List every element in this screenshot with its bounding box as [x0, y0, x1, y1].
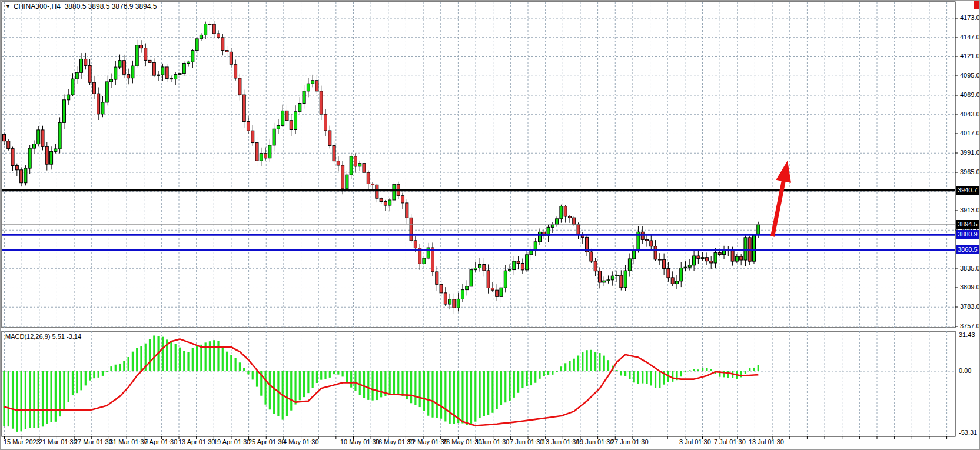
- macd-main-value: 5.51: [52, 333, 64, 340]
- symbol-dropdown-icon[interactable]: ▼: [5, 4, 11, 9]
- date-axis-label: 19 Jun 01:30: [576, 438, 614, 445]
- price-tag-3940.7: 3940.7: [956, 186, 980, 195]
- date-axis-label: 7 Apr 01:30: [144, 438, 177, 445]
- symbol-period-label: CHINA300-,H4: [14, 2, 61, 11]
- price-axis-label: 3809.0: [960, 284, 980, 291]
- macd-indicator-label: MACD(12,26,9) 5.51 -3.14: [5, 333, 81, 340]
- date-axis-label: 15 Mar 2023: [4, 438, 40, 445]
- date-axis-label: 13 Jul 01:30: [749, 438, 784, 445]
- date-axis-label: 22 May 01:30: [408, 438, 448, 445]
- price-axis-label: 4069.0: [960, 91, 980, 99]
- candles: [3, 21, 760, 314]
- date-axis-label: 27 Jun 01:30: [611, 438, 649, 445]
- date-axis-label: 27 Mar 01:30: [74, 438, 112, 445]
- macd-axis-label: 0.00: [959, 367, 971, 375]
- price-axis-label: 3991.0: [960, 149, 980, 156]
- price-tag-3860.5: 3860.5: [956, 245, 980, 254]
- up-arrow-annotation[interactable]: [773, 161, 792, 236]
- price-axis-label: 4173.0: [960, 14, 980, 22]
- date-axis-label: 13 Jun 01:30: [542, 438, 580, 445]
- price-axis-label: 3783.0: [960, 303, 980, 311]
- chart-title: ▼CHINA300-,H4 3880.5 3898.5 3876.9 3894.…: [5, 2, 157, 11]
- price-chart-canvas[interactable]: [1, 1, 980, 450]
- date-axis-label: 10 May 01:30: [340, 438, 380, 445]
- macd-histogram: [3, 335, 759, 431]
- date-axis-label: 19 Apr 01:30: [214, 438, 250, 445]
- date-axis-label: 1 Jun 01:30: [476, 438, 510, 445]
- macd-axis-label: 31.43: [959, 331, 975, 339]
- price-tag-3880.9: 3880.9: [956, 230, 980, 239]
- price-axis-label: 3965.0: [960, 168, 980, 176]
- price-axis-label: 3835.0: [960, 265, 980, 272]
- mt4-chart-window: ▼CHINA300-,H4 3880.5 3898.5 3876.9 3894.…: [0, 0, 980, 450]
- date-axis-label: 25 Apr 01:30: [248, 438, 285, 445]
- price-axis-label: 4043.0: [960, 111, 980, 118]
- macd-name: MACD(12,26,9): [5, 333, 50, 340]
- date-axis-label: 7 Jul 01:30: [714, 438, 746, 445]
- price-tag-3894.5: 3894.5: [956, 220, 980, 229]
- price-axis-label: 4121.0: [960, 52, 980, 60]
- macd-axis-label: -53.31: [959, 429, 977, 436]
- price-axis-label: 4147.0: [960, 34, 980, 41]
- date-axis-label: 4 May 01:30: [283, 438, 319, 445]
- macd-signal-value: -3.14: [67, 333, 81, 340]
- date-axis-label: 3 Jul 01:30: [679, 438, 711, 445]
- price-axis-label: 4095.0: [960, 72, 980, 79]
- corner-red-marker: [974, 1, 979, 9]
- date-axis-label: 31 Mar 01:30: [109, 438, 148, 445]
- date-axis-label: 7 Jun 01:30: [510, 438, 544, 445]
- price-axis-label: 4017.0: [960, 129, 980, 137]
- ohlc-values: 3880.5 3898.5 3876.9 3894.5: [65, 2, 157, 11]
- date-axis-label: 21 Mar 01:30: [39, 438, 77, 445]
- price-axis-label: 3757.0: [960, 322, 980, 330]
- price-axis-label: 3913.0: [960, 206, 980, 214]
- date-axis-label: 13 Apr 01:30: [178, 438, 215, 445]
